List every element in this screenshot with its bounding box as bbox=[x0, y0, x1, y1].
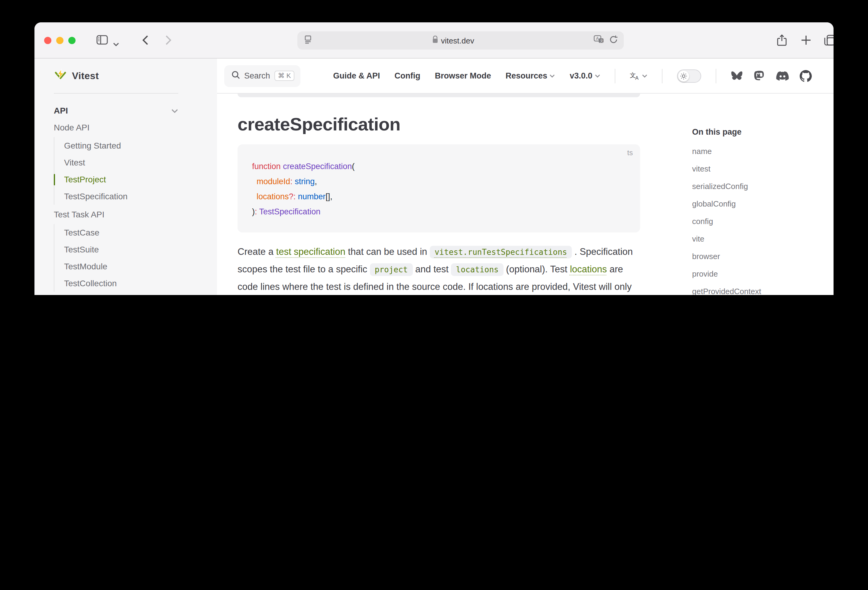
inline-link-locations[interactable]: locations bbox=[570, 264, 607, 274]
sidebar-section-title: API bbox=[54, 106, 68, 115]
sidebar-item-testcollection[interactable]: TestCollection bbox=[64, 275, 178, 292]
description-paragraph: Create a test specification that can be … bbox=[238, 243, 640, 295]
outline-item-provide[interactable]: provide bbox=[692, 265, 818, 282]
outline-item-browser[interactable]: browser bbox=[692, 247, 818, 265]
sidebar-item-test-task-api[interactable]: Test Task API bbox=[54, 206, 178, 223]
browser-toolbar: vitest.dev A 文 bbox=[34, 22, 834, 59]
url-bar[interactable]: vitest.dev A 文 bbox=[297, 31, 624, 50]
divider bbox=[615, 69, 616, 83]
code-line: moduleId: string, bbox=[252, 174, 626, 189]
translate-icon[interactable]: A 文 bbox=[593, 35, 604, 46]
chevron-down-icon bbox=[171, 105, 178, 116]
site-logo[interactable]: Vitest bbox=[54, 59, 178, 94]
outline-item-getprovidedcontext[interactable]: getProvidedContext bbox=[692, 282, 818, 295]
sidebar: Vitest APINode APIGetting StartedVitestT… bbox=[34, 59, 217, 295]
sidebar-section-api[interactable]: API bbox=[54, 102, 178, 119]
sidebar-item-node-api[interactable]: Node API bbox=[54, 119, 178, 136]
svg-text:文: 文 bbox=[630, 72, 636, 78]
outline-aside: On this page namevitestserializedConfigg… bbox=[682, 94, 818, 295]
sidebar-item-testcase[interactable]: TestCase bbox=[64, 224, 178, 241]
back-button[interactable] bbox=[142, 35, 149, 48]
screen: vitest.dev A 文 bbox=[0, 0, 868, 295]
sidebar-item-testmodule[interactable]: TestModule bbox=[64, 258, 178, 275]
url-text: vitest.dev bbox=[441, 36, 474, 45]
outline-item-vitest[interactable]: vitest bbox=[692, 160, 818, 178]
nav-menu-resources[interactable]: Resources bbox=[506, 71, 555, 80]
lock-icon bbox=[432, 35, 438, 45]
mastodon-icon[interactable] bbox=[754, 70, 765, 81]
vitest-logo-icon bbox=[54, 68, 67, 84]
svg-text:文: 文 bbox=[600, 38, 604, 43]
traffic-light-zoom[interactable] bbox=[68, 37, 75, 44]
code-lang-badge: ts bbox=[627, 149, 633, 157]
outline-title: On this page bbox=[692, 94, 818, 137]
share-icon[interactable] bbox=[777, 34, 787, 49]
nav-link-guide-api[interactable]: Guide & API bbox=[333, 71, 380, 80]
language-menu[interactable]: 文 A bbox=[630, 71, 647, 80]
previous-code-block-edge bbox=[238, 94, 640, 97]
traffic-lights bbox=[44, 37, 75, 44]
active-indicator bbox=[54, 174, 55, 185]
inline-code-project: project bbox=[370, 263, 413, 276]
main-area: Search ⌘ K Guide & APIConfigBrowser Mode… bbox=[217, 59, 834, 295]
inline-link-vitest-runtestspecifications[interactable]: vitest.runTestSpecifications bbox=[430, 246, 572, 259]
svg-text:A: A bbox=[596, 35, 599, 40]
tab-overview-icon[interactable] bbox=[824, 34, 834, 48]
sun-icon bbox=[678, 71, 689, 81]
outline-item-vite[interactable]: vite bbox=[692, 230, 818, 247]
outline-item-name[interactable]: name bbox=[692, 143, 818, 160]
site-body: Vitest APINode APIGetting StartedVitestT… bbox=[34, 59, 834, 295]
outline-item-globalconfig[interactable]: globalConfig bbox=[692, 195, 818, 213]
divider bbox=[662, 69, 663, 83]
search-label: Search bbox=[244, 71, 270, 80]
code-line: function createSpecification( bbox=[252, 159, 626, 174]
sidebar-item-testsuite[interactable]: TestSuite bbox=[64, 241, 178, 258]
traffic-light-close[interactable] bbox=[44, 37, 52, 44]
code-line: ): TestSpecification bbox=[252, 204, 626, 219]
site-title: Vitest bbox=[72, 71, 99, 81]
sidebar-item-testspecification[interactable]: TestSpecification bbox=[64, 188, 178, 205]
reload-icon[interactable] bbox=[609, 35, 618, 46]
code-block-signature[interactable]: ts function createSpecification( moduleI… bbox=[238, 144, 640, 232]
inline-code-locations: locations bbox=[451, 263, 503, 276]
discord-icon[interactable] bbox=[776, 71, 789, 81]
sidebar-chevron-icon[interactable] bbox=[113, 38, 119, 49]
outline-item-config[interactable]: config bbox=[692, 213, 818, 230]
page-title: createSpecification bbox=[238, 114, 640, 135]
sidebar-item-runner-api[interactable]: Runner API bbox=[54, 293, 178, 295]
code-line: locations?: number[], bbox=[252, 189, 626, 204]
search-icon bbox=[232, 71, 240, 81]
svg-text:A: A bbox=[635, 75, 639, 80]
outline-item-serializedconfig[interactable]: serializedConfig bbox=[692, 178, 818, 195]
forward-button[interactable] bbox=[165, 35, 172, 48]
sidebar-toggle-icon[interactable] bbox=[96, 34, 108, 48]
theme-toggle[interactable] bbox=[677, 69, 701, 82]
nav-link-browser-mode[interactable]: Browser Mode bbox=[435, 71, 491, 80]
reader-icon[interactable] bbox=[303, 35, 313, 46]
navbar: Search ⌘ K Guide & APIConfigBrowser Mode… bbox=[217, 59, 834, 94]
search-shortcut: ⌘ K bbox=[275, 71, 295, 81]
sidebar-item-testproject[interactable]: TestProject bbox=[64, 171, 178, 188]
divider bbox=[716, 69, 716, 83]
nav-menu-version[interactable]: v3.0.0 bbox=[570, 71, 600, 80]
inline-link-test-specification[interactable]: test specification bbox=[276, 246, 345, 257]
new-tab-icon[interactable] bbox=[801, 35, 811, 48]
github-icon[interactable] bbox=[800, 70, 812, 82]
nav-link-config[interactable]: Config bbox=[394, 71, 421, 80]
sidebar-item-vitest[interactable]: Vitest bbox=[64, 154, 178, 171]
sidebar-item-getting-started[interactable]: Getting Started bbox=[64, 137, 178, 154]
search-button[interactable]: Search ⌘ K bbox=[224, 65, 300, 87]
bluesky-icon[interactable] bbox=[731, 71, 743, 81]
browser-window: vitest.dev A 文 bbox=[34, 22, 834, 295]
traffic-light-minimize[interactable] bbox=[56, 37, 63, 44]
page-content: createSpecification ts function createSp… bbox=[217, 94, 834, 295]
